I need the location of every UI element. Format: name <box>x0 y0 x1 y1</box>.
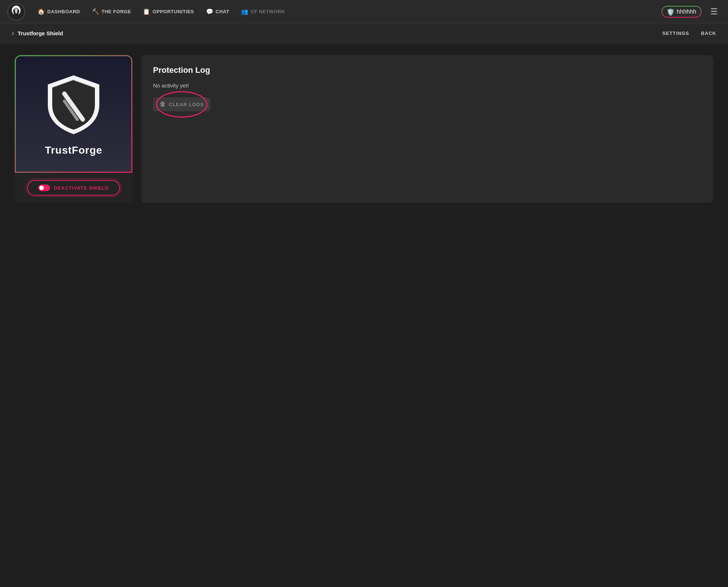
clear-logs-wrapper: 🗑 CLEAR LOGS <box>153 97 210 111</box>
clear-logs-button[interactable]: 🗑 CLEAR LOGS <box>153 97 210 111</box>
nav-item-dashboard[interactable]: 🏠 DASHBOARD <box>32 5 85 18</box>
settings-button[interactable]: SETTINGS <box>662 31 689 36</box>
nav-items: 🏠 DASHBOARD 🔨 THE FORGE 📋 OPPORTUNITIES … <box>32 5 658 18</box>
log-title: Protection Log <box>153 65 702 75</box>
nav-item-cf-network[interactable]: 👥 CF NETWORK <box>236 5 290 18</box>
nav-item-opportunities[interactable]: 📋 OPPORTUNITIES <box>138 5 199 18</box>
deactivate-label: DEACTIVATE SHIELD <box>54 185 109 191</box>
chat-icon: 💬 <box>206 8 214 15</box>
breadcrumb-arrow[interactable]: › <box>12 29 14 37</box>
breadcrumb-title: Trustforge Shield <box>18 30 63 36</box>
breadcrumb-actions: SETTINGS BACK <box>662 31 716 36</box>
opportunities-icon: 📋 <box>143 8 150 15</box>
network-icon: 👥 <box>241 8 249 15</box>
user-shield-icon: 🛡️ <box>667 8 674 15</box>
clear-logs-label: CLEAR LOGS <box>169 102 204 107</box>
nav-item-chat[interactable]: 💬 CHAT <box>201 5 235 18</box>
shield-svg-container: TrustForge <box>44 72 103 156</box>
nav-item-the-forge[interactable]: 🔨 THE FORGE <box>87 5 136 18</box>
shield-bottom: DEACTIVATE SHIELD <box>15 173 132 203</box>
nav-chat-label: CHAT <box>216 9 229 14</box>
nav-network-label: CF NETWORK <box>251 9 285 14</box>
breadcrumb-bar: › Trustforge Shield SETTINGS BACK <box>0 24 728 43</box>
log-no-activity: No activity yet! <box>153 82 702 89</box>
breadcrumb: › Trustforge Shield <box>12 29 63 37</box>
main-content: TrustForge DEACTIVATE SHIELD Protection … <box>0 43 728 215</box>
shield-card: TrustForge DEACTIVATE SHIELD <box>15 55 132 203</box>
shield-card-image: TrustForge <box>15 55 132 173</box>
trash-icon: 🗑 <box>160 101 166 108</box>
back-button[interactable]: BACK <box>701 31 716 36</box>
hamburger-menu[interactable]: ☰ <box>707 6 721 18</box>
navbar: 🏠 DASHBOARD 🔨 THE FORGE 📋 OPPORTUNITIES … <box>0 0 728 24</box>
protection-log-card: Protection Log No activity yet! 🗑 CLEAR … <box>141 55 713 203</box>
brand-name: TrustForge <box>45 144 102 156</box>
nav-forge-label: THE FORGE <box>102 9 131 14</box>
nav-dashboard-label: DASHBOARD <box>47 9 80 14</box>
logo[interactable] <box>7 3 25 21</box>
user-badge[interactable]: 🛡️ hhhhhh <box>661 6 702 18</box>
username-label: hhhhhh <box>677 8 696 15</box>
forge-icon: 🔨 <box>92 8 100 15</box>
home-icon: 🏠 <box>38 8 45 15</box>
nav-opportunities-label: OPPORTUNITIES <box>153 9 194 14</box>
shield-graphic <box>44 72 103 138</box>
nav-right: 🛡️ hhhhhh ☰ <box>661 6 721 18</box>
toggle-icon <box>38 185 50 191</box>
deactivate-shield-button[interactable]: DEACTIVATE SHIELD <box>27 180 120 196</box>
